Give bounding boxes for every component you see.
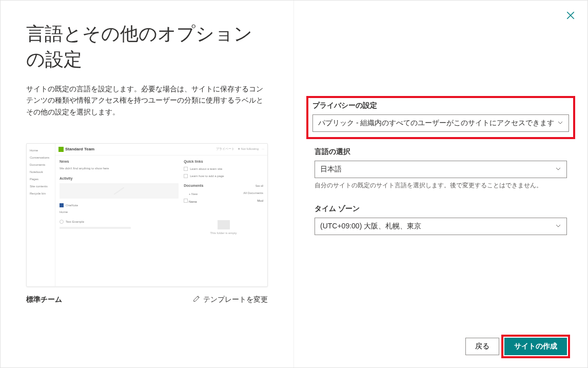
chevron-down-icon (555, 222, 561, 230)
folder-icon (218, 220, 230, 229)
preview-activity-item: OneNote (60, 202, 179, 209)
preview-logo-icon (58, 147, 64, 152)
preview-empty-folder: This folder is empty (184, 205, 263, 235)
preview-activity-item: Test Example (60, 218, 179, 225)
template-name: 標準チーム (26, 295, 62, 304)
privacy-value: パブリック - 組織内のすべてのユーザーがこのサイトにアクセスできます (318, 119, 554, 128)
preview-seeall: See all (256, 184, 263, 187)
pencil-icon (193, 295, 200, 304)
language-field: 言語の選択 日本語 自分のサイトの既定のサイト言語を選択します。後で変更すること… (315, 147, 567, 190)
preview-main: Standard Team プライベート ★ Not following ...… (55, 144, 267, 286)
timezone-label: タイム ゾーン (315, 204, 567, 214)
change-template-label: テンプレートを変更 (203, 295, 268, 304)
template-footer: 標準チーム テンプレートを変更 (26, 295, 268, 304)
language-label: 言語の選択 (315, 147, 567, 157)
privacy-select[interactable]: パブリック - 組織内のすべてのユーザーがこのサイトにアクセスできます (312, 114, 569, 132)
preview-quicklink: Learn about a team site (184, 165, 263, 172)
preview-header-right: プライベート ★ Not following ... (216, 147, 264, 151)
preview-activity-item: Home (60, 209, 179, 215)
preview-nav-item: Recycle bin (29, 190, 53, 197)
language-select[interactable]: 日本語 (315, 161, 567, 178)
language-value: 日本語 (320, 165, 342, 174)
preview-site-title: Standard Team (65, 147, 94, 151)
chevron-down-icon (555, 165, 561, 173)
preview-sidebar: Home Conversations Documents Notebook Pa… (27, 144, 55, 286)
footer-buttons: 戻る サイトの作成 (465, 338, 567, 355)
preview-nav-item: Notebook (29, 168, 53, 176)
chevron-down-icon (557, 119, 563, 127)
preview-quicklinks-title: Quick links (184, 160, 263, 163)
privacy-field-highlight: プライバシーの設定 パブリック - 組織内のすべてのユーザーがこのサイトにアクセ… (309, 99, 572, 136)
preview-doc-toolbar: + New All Documents (184, 189, 263, 197)
preview-activity-title: Activity (60, 177, 179, 180)
preview-nav-item: Documents (29, 161, 53, 168)
preview-quicklink: Learn how to add a page (184, 172, 263, 180)
language-help: 自分のサイトの既定のサイト言語を選択します。後で変更することはできません。 (315, 181, 567, 190)
preview-documents-title: Documents (184, 184, 203, 187)
back-button[interactable]: 戻る (465, 338, 499, 355)
timezone-value: (UTC+09:00) 大阪、札幌、東京 (320, 222, 421, 231)
privacy-label: プライバシーの設定 (312, 101, 569, 110)
preview-nav-item: Home (29, 147, 53, 154)
preview-nav-item: Conversations (29, 154, 53, 161)
preview-nav-item: Site contents (29, 183, 53, 190)
template-preview: Home Conversations Documents Notebook Pa… (26, 143, 268, 287)
preview-news-placeholder: We didn't find anything to show here (60, 165, 179, 171)
create-site-button[interactable]: サイトの作成 (504, 338, 567, 355)
timezone-select[interactable]: (UTC+09:00) 大阪、札幌、東京 (315, 218, 567, 235)
timezone-field: タイム ゾーン (UTC+09:00) 大阪、札幌、東京 (315, 204, 567, 235)
preview-content: News We didn't find anything to show her… (55, 156, 267, 286)
preview-nav-item: Pages (29, 176, 53, 183)
change-template-link[interactable]: テンプレートを変更 (193, 295, 268, 304)
preview-news-title: News (60, 160, 179, 163)
preview-doc-header: Name Mod (184, 197, 263, 205)
preview-header: Standard Team プライベート ★ Not following ... (55, 144, 267, 156)
page-description: サイトの既定の言語を設定します。必要な場合は、サイトに保存するコンテンツの種類や… (26, 83, 268, 118)
preview-activity-box (60, 183, 179, 199)
left-panel: 言語とその他のオプションの設定 サイトの既定の言語を設定します。必要な場合は、サ… (1, 1, 294, 367)
right-panel: プライバシーの設定 パブリック - 組織内のすべてのユーザーがこのサイトにアクセ… (294, 1, 587, 367)
page-title: 言語とその他のオプションの設定 (26, 21, 268, 73)
